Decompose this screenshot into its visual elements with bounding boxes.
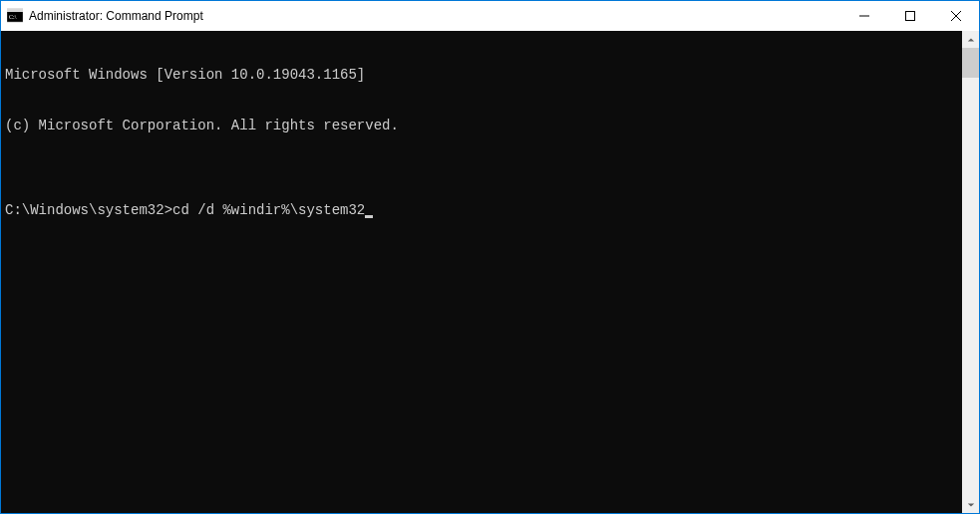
titlebar[interactable]: C:\ Administrator: Command Prompt bbox=[1, 1, 979, 31]
scroll-thumb[interactable] bbox=[962, 48, 979, 78]
svg-text:C:\: C:\ bbox=[9, 14, 17, 20]
svg-rect-4 bbox=[906, 12, 915, 21]
prompt: C:\Windows\system32> bbox=[5, 202, 172, 219]
window-controls bbox=[841, 1, 979, 31]
terminal[interactable]: Microsoft Windows [Version 10.0.19043.11… bbox=[1, 31, 962, 513]
cursor bbox=[365, 215, 373, 218]
terminal-line: (c) Microsoft Corporation. All rights re… bbox=[5, 118, 958, 134]
minimize-button[interactable] bbox=[841, 1, 887, 31]
scroll-up-button[interactable] bbox=[962, 31, 979, 48]
scroll-down-button[interactable] bbox=[962, 496, 979, 513]
command-input[interactable]: cd /d %windir%\system32 bbox=[172, 202, 365, 219]
close-button[interactable] bbox=[933, 1, 979, 31]
svg-rect-1 bbox=[7, 9, 23, 12]
cmd-icon: C:\ bbox=[7, 8, 23, 24]
vertical-scrollbar[interactable] bbox=[962, 31, 979, 513]
terminal-area: Microsoft Windows [Version 10.0.19043.11… bbox=[1, 31, 979, 513]
command-prompt-window: C:\ Administrator: Command Prompt Micros… bbox=[0, 0, 980, 514]
window-title: Administrator: Command Prompt bbox=[29, 9, 841, 23]
maximize-button[interactable] bbox=[887, 1, 933, 31]
prompt-line: C:\Windows\system32>cd /d %windir%\syste… bbox=[5, 202, 958, 219]
terminal-line: Microsoft Windows [Version 10.0.19043.11… bbox=[5, 67, 958, 84]
scroll-track[interactable] bbox=[962, 48, 979, 496]
